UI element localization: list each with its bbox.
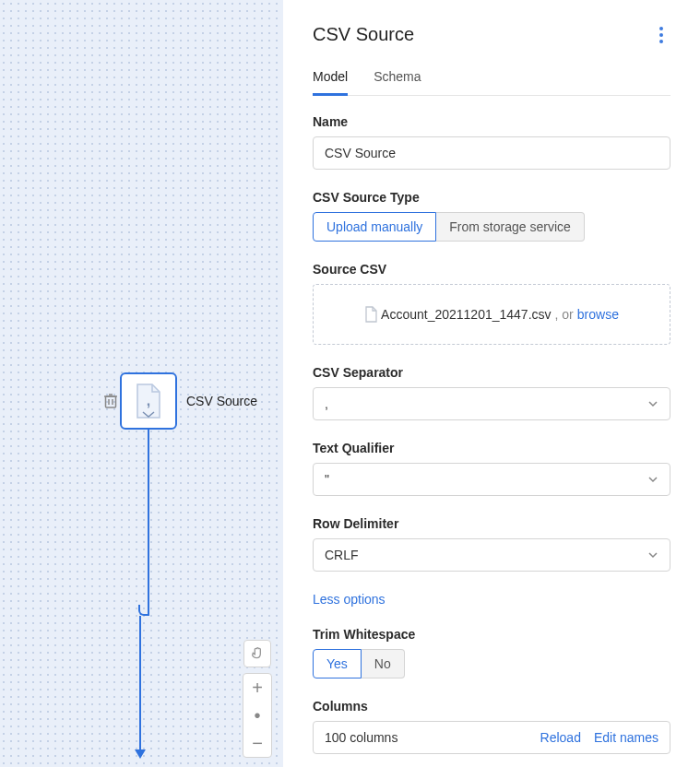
tab-model[interactable]: Model <box>313 62 348 96</box>
qualifier-value: " <box>325 472 329 487</box>
row-delimiter-label: Row Delimiter <box>313 516 670 531</box>
connector-arrow <box>135 749 146 759</box>
file-dropzone[interactable]: Account_20211201_1447.csv, or browse <box>313 284 670 345</box>
edit-names-link[interactable]: Edit names <box>594 730 658 745</box>
svg-text:,: , <box>147 393 150 408</box>
columns-box: 100 columns Reload Edit names <box>313 721 670 754</box>
chevron-down-icon <box>647 398 658 409</box>
name-input[interactable] <box>313 136 670 170</box>
name-label: Name <box>313 114 670 129</box>
canvas-controls: + • − <box>243 640 272 758</box>
trim-whitespace-toggle: Yes No <box>313 649 670 678</box>
trim-whitespace-label: Trim Whitespace <box>313 627 670 642</box>
connector-line <box>148 430 149 614</box>
chevron-down-icon <box>647 474 658 485</box>
zoom-reset-button[interactable]: • <box>243 702 271 729</box>
properties-panel: CSV Source Model Schema Name CSV Source … <box>283 0 700 767</box>
svg-rect-0 <box>106 396 116 407</box>
columns-summary: 100 columns <box>325 730 397 745</box>
csv-source-node[interactable]: , CSV Source <box>120 372 257 430</box>
kebab-dot <box>659 33 663 37</box>
zoom-in-button[interactable]: + <box>243 674 271 702</box>
connector-elbow <box>138 605 149 616</box>
kebab-dot <box>659 27 663 30</box>
columns-label: Columns <box>313 699 670 714</box>
hand-icon <box>250 646 265 661</box>
from-storage-button[interactable]: From storage service <box>436 212 584 242</box>
separator-value: , <box>325 396 328 411</box>
zoom-out-button[interactable]: − <box>243 729 271 757</box>
node-box: , <box>120 372 177 430</box>
kebab-dot <box>659 40 663 43</box>
source-type-toggle: Upload manually From storage service <box>313 212 670 242</box>
less-options-link[interactable]: Less options <box>313 592 386 607</box>
trim-yes-button[interactable]: Yes <box>313 649 362 678</box>
source-csv-label: Source CSV <box>313 262 670 277</box>
filename-text: Account_20211201_1447.csv <box>381 307 551 322</box>
row-delimiter-select[interactable]: CRLF <box>313 538 670 572</box>
pan-tool-button[interactable] <box>243 640 271 667</box>
workflow-canvas[interactable]: , CSV Source + • − <box>0 0 283 767</box>
zoom-controls: + • − <box>243 673 272 758</box>
qualifier-label: Text Qualifier <box>313 441 670 455</box>
separator-select[interactable]: , <box>313 387 670 420</box>
node-label: CSV Source <box>186 394 257 408</box>
qualifier-select[interactable]: " <box>313 463 670 496</box>
panel-menu-button[interactable] <box>652 26 670 44</box>
chevron-down-icon <box>647 549 658 560</box>
separator-label: CSV Separator <box>313 365 670 380</box>
row-delimiter-value: CRLF <box>325 548 359 562</box>
trim-no-button[interactable]: No <box>362 649 405 678</box>
panel-tabs: Model Schema <box>313 62 670 96</box>
upload-manually-button[interactable]: Upload manually <box>313 212 436 242</box>
reload-columns-link[interactable]: Reload <box>540 730 581 745</box>
file-icon <box>364 306 377 323</box>
or-text: , or <box>555 307 574 322</box>
browse-link[interactable]: browse <box>577 307 619 322</box>
panel-title: CSV Source <box>313 24 414 45</box>
source-type-label: CSV Source Type <box>313 190 670 205</box>
delete-node-button[interactable] <box>103 393 118 412</box>
document-icon: , <box>134 383 163 419</box>
connector-line <box>139 616 141 749</box>
tab-schema[interactable]: Schema <box>374 62 421 96</box>
